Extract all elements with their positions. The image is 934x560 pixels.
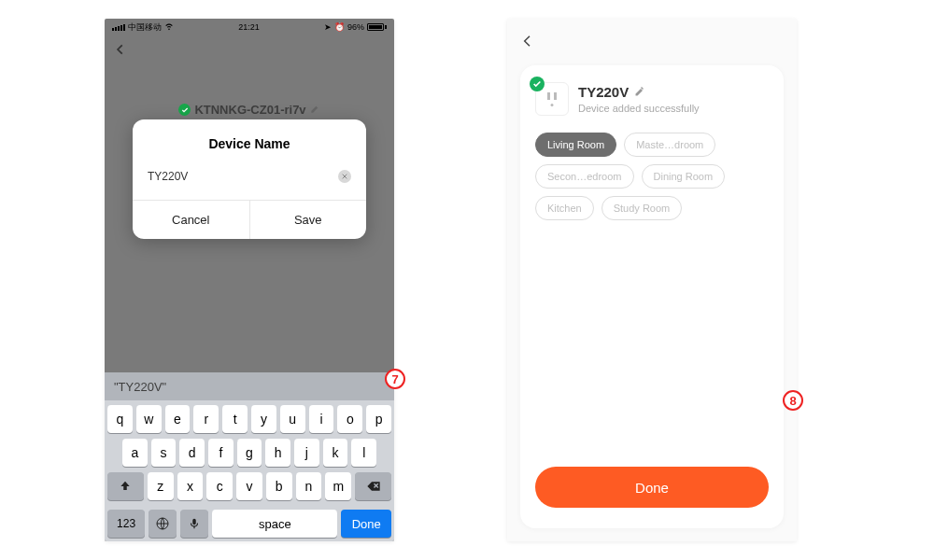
- room-chip-group: Living Room Maste…droom Secon…edroom Din…: [535, 133, 769, 220]
- backspace-icon: [366, 479, 381, 494]
- room-chip-dining-room[interactable]: Dining Room: [642, 164, 726, 189]
- key-n[interactable]: n: [296, 472, 322, 500]
- room-chip-study-room[interactable]: Study Room: [601, 196, 683, 220]
- microphone-icon: [188, 517, 201, 530]
- shift-icon: [119, 480, 132, 493]
- globe-key[interactable]: [149, 510, 177, 538]
- key-y[interactable]: y: [251, 405, 276, 433]
- key-h[interactable]: h: [265, 439, 290, 467]
- key-v[interactable]: v: [236, 472, 262, 500]
- prediction-text[interactable]: "TY220V": [114, 380, 166, 394]
- key-x[interactable]: x: [177, 472, 204, 500]
- key-a[interactable]: a: [122, 439, 148, 467]
- pencil-icon: [634, 86, 645, 97]
- modal-title: Device Name: [133, 119, 366, 164]
- key-q[interactable]: q: [107, 405, 133, 433]
- done-button[interactable]: Done: [535, 467, 769, 508]
- key-d[interactable]: d: [179, 439, 205, 467]
- key-i[interactable]: i: [309, 405, 334, 433]
- keyboard-prediction-bar[interactable]: "TY220V": [105, 372, 394, 400]
- key-p[interactable]: p: [366, 405, 391, 433]
- key-c[interactable]: c: [206, 472, 233, 500]
- edit-name-button[interactable]: [634, 84, 645, 100]
- wifi-icon: [164, 21, 174, 33]
- phone-screenshot-rename: 中国移动 21:21 ➤ ⏰ 96% KTNNKG-CZ01-ri7v Devi…: [105, 19, 394, 541]
- room-chip-master-bedroom[interactable]: Maste…droom: [624, 133, 715, 157]
- globe-icon: [155, 516, 170, 531]
- room-chip-living-room[interactable]: Living Room: [535, 133, 616, 157]
- device-name-input[interactable]: [148, 170, 338, 183]
- key-t[interactable]: t: [222, 405, 248, 433]
- key-u[interactable]: u: [280, 405, 305, 433]
- shift-key[interactable]: [107, 472, 144, 500]
- back-button[interactable]: [520, 34, 535, 49]
- device-subtitle: Device added successfully: [578, 103, 700, 114]
- device-name: TY220V: [578, 84, 629, 100]
- key-l[interactable]: l: [351, 439, 376, 467]
- background-device-row: KTNNKG-CZ01-ri7v: [105, 103, 394, 117]
- key-r[interactable]: r: [193, 405, 219, 433]
- numbers-key[interactable]: 123: [107, 510, 145, 538]
- keyboard-row-2: a s d f g h j k l: [107, 439, 391, 467]
- key-o[interactable]: o: [337, 405, 362, 433]
- key-z[interactable]: z: [148, 472, 174, 500]
- key-k[interactable]: k: [323, 439, 348, 467]
- device-header: TY220V Device added successfully: [535, 82, 769, 116]
- keyboard-done-key[interactable]: Done: [341, 510, 391, 538]
- carrier-label: 中国移动: [128, 21, 162, 34]
- success-check-icon: [178, 104, 191, 116]
- status-bar: 中国移动 21:21 ➤ ⏰ 96%: [105, 19, 394, 35]
- location-icon: ➤: [324, 22, 332, 32]
- phone-screenshot-assign-room: TY220V Device added successfully Living …: [507, 19, 797, 541]
- room-chip-kitchen[interactable]: Kitchen: [535, 196, 594, 220]
- clock: 21:21: [238, 22, 260, 32]
- step-badge-7: 7: [385, 369, 405, 389]
- key-j[interactable]: j: [294, 439, 319, 467]
- cancel-button[interactable]: Cancel: [133, 201, 249, 239]
- device-card: TY220V Device added successfully Living …: [520, 65, 784, 528]
- dictation-key[interactable]: [180, 510, 208, 538]
- key-f[interactable]: f: [208, 439, 234, 467]
- device-icon-wrap: [535, 82, 569, 116]
- rename-modal: Device Name Cancel Save: [133, 119, 366, 239]
- key-b[interactable]: b: [266, 472, 292, 500]
- battery-pct: 96%: [347, 22, 364, 32]
- key-w[interactable]: w: [136, 405, 162, 433]
- space-key[interactable]: space: [212, 510, 337, 538]
- success-check-icon: [530, 77, 545, 91]
- key-s[interactable]: s: [151, 439, 177, 467]
- save-button[interactable]: Save: [249, 201, 367, 239]
- alarm-icon: ⏰: [334, 22, 345, 32]
- clear-input-button[interactable]: [338, 170, 351, 183]
- keyboard-row-3: z x c v b n m: [107, 472, 391, 500]
- background-device-label: KTNNKG-CZ01-ri7v: [194, 103, 305, 117]
- backspace-key[interactable]: [355, 472, 391, 500]
- battery-icon: [367, 23, 387, 31]
- room-chip-second-bedroom[interactable]: Secon…edroom: [535, 164, 634, 189]
- pencil-icon: [310, 103, 320, 117]
- back-button[interactable]: [114, 43, 127, 56]
- key-e[interactable]: e: [165, 405, 191, 433]
- key-m[interactable]: m: [325, 472, 351, 500]
- ios-keyboard: "TY220V" q w e r t y u i o p a s d f g h: [105, 372, 394, 541]
- signal-icon: [112, 24, 125, 31]
- step-badge-8: 8: [783, 390, 803, 411]
- key-g[interactable]: g: [237, 439, 262, 467]
- keyboard-row-1: q w e r t y u i o p: [107, 405, 391, 433]
